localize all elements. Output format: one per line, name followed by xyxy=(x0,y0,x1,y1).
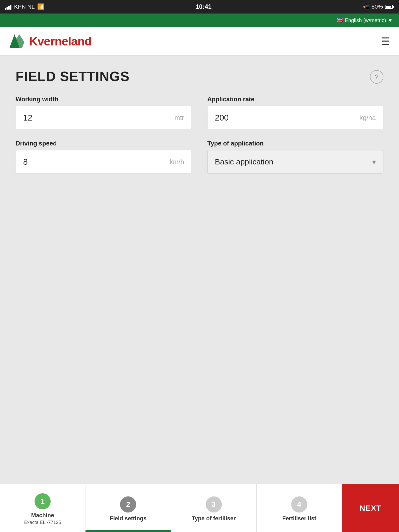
page-title: FIELD SETTINGS xyxy=(16,69,130,84)
type-of-application-label: Type of application xyxy=(207,140,383,147)
language-label: English (w/metric) xyxy=(345,17,386,23)
working-width-input[interactable] xyxy=(23,113,174,123)
working-width-label: Working width xyxy=(16,96,192,103)
page-title-row: FIELD SETTINGS ? xyxy=(16,69,383,84)
step-number-4: 4 xyxy=(297,500,301,509)
status-bar: KPN NL 📶 10:41 📲 80% xyxy=(0,0,399,14)
driving-speed-input-wrap[interactable]: km/h xyxy=(16,150,192,174)
step-label-1: Machine xyxy=(31,512,54,519)
bluetooth-icon: 📲 xyxy=(363,4,369,10)
main-content: FIELD SETTINGS ? Working width mtr Appli… xyxy=(0,56,399,484)
working-width-unit: mtr xyxy=(174,114,184,122)
nav-step-type-fertiliser[interactable]: 3 Type of fertiliser xyxy=(171,484,257,532)
step-label-2: Field settings xyxy=(110,515,147,522)
application-rate-unit: kg/ha xyxy=(359,114,376,122)
nav-step-field-settings[interactable]: 2 Field settings xyxy=(85,484,171,532)
carrier-label: KPN NL xyxy=(14,3,35,10)
step-label-3: Type of fertiliser xyxy=(192,515,236,522)
brand-name: Kverneland xyxy=(29,34,92,48)
application-rate-input[interactable] xyxy=(215,113,359,123)
driving-speed-label: Driving speed xyxy=(16,140,192,147)
signal-icon xyxy=(5,4,11,10)
next-button[interactable]: NEXT xyxy=(342,484,399,532)
menu-button[interactable]: ☰ xyxy=(381,36,390,46)
form-grid: Working width mtr Application rate kg/ha… xyxy=(16,96,383,174)
working-width-group: Working width mtr xyxy=(16,96,192,129)
step-circle-2: 2 xyxy=(120,496,136,513)
status-right: 📲 80% xyxy=(363,3,394,10)
bottom-nav: 1 Machine Exacta EL -77125 2 Field setti… xyxy=(0,484,399,532)
type-of-application-group: Type of application Basic application ▾ xyxy=(207,140,383,174)
application-rate-label: Application rate xyxy=(207,96,383,103)
flag-icon: 🇬🇧 xyxy=(337,17,343,23)
help-icon: ? xyxy=(375,73,378,81)
step-number-1: 1 xyxy=(41,497,45,506)
wifi-icon: 📶 xyxy=(37,3,44,10)
application-rate-input-wrap[interactable]: kg/ha xyxy=(207,106,383,129)
time-label: 10:41 xyxy=(196,3,211,10)
language-bar[interactable]: 🇬🇧 English (w/metric) ▼ xyxy=(0,14,399,27)
type-of-application-select[interactable]: Basic application ▾ xyxy=(207,150,383,174)
chevron-down-icon: ▾ xyxy=(372,158,376,166)
battery-icon xyxy=(385,5,394,9)
nav-step-fertiliser-list[interactable]: 4 Fertiliser list xyxy=(257,484,342,532)
driving-speed-input[interactable] xyxy=(23,157,170,167)
application-rate-group: Application rate kg/ha xyxy=(207,96,383,129)
header: Kverneland ☰ xyxy=(0,27,399,56)
status-left: KPN NL 📶 xyxy=(5,3,44,10)
step-number-2: 2 xyxy=(126,500,130,509)
step-circle-4: 4 xyxy=(291,496,307,513)
language-selector[interactable]: 🇬🇧 English (w/metric) ▼ xyxy=(337,17,393,23)
step-circle-3: 3 xyxy=(206,496,222,513)
step-active-bar xyxy=(85,530,171,532)
nav-steps: 1 Machine Exacta EL -77125 2 Field setti… xyxy=(0,484,342,532)
step-number-3: 3 xyxy=(212,500,216,509)
working-width-input-wrap[interactable]: mtr xyxy=(16,106,192,129)
battery-label: 80% xyxy=(371,3,383,10)
chevron-down-icon: ▼ xyxy=(388,17,393,23)
nav-step-machine[interactable]: 1 Machine Exacta EL -77125 xyxy=(0,484,85,532)
brand-logo-icon xyxy=(9,34,26,48)
help-button[interactable]: ? xyxy=(370,70,383,84)
driving-speed-group: Driving speed km/h xyxy=(16,140,192,174)
step-circle-1: 1 xyxy=(35,493,51,509)
step-label-4: Fertiliser list xyxy=(282,515,316,522)
step-sublabel-1: Exacta EL -77125 xyxy=(24,520,61,525)
type-of-application-value: Basic application xyxy=(215,157,273,166)
driving-speed-unit: km/h xyxy=(170,158,184,166)
logo: Kverneland xyxy=(9,34,92,48)
